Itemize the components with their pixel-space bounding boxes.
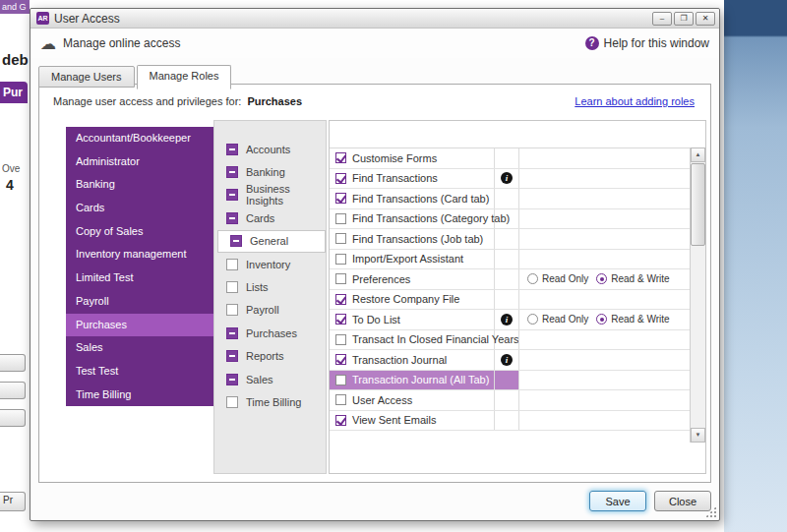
permission-row[interactable]: User Access	[330, 390, 690, 411]
permission-checkbox[interactable]	[335, 314, 346, 325]
permission-row[interactable]: View Sent Emails	[330, 411, 690, 432]
minimize-button[interactable]: –	[652, 12, 672, 26]
background-button-fragment	[0, 354, 26, 372]
role-item[interactable]: Test Test	[66, 360, 213, 384]
category-item[interactable]: Banking	[214, 160, 326, 183]
permission-row[interactable]: Import/Export Assistant	[330, 250, 690, 270]
radio-button[interactable]	[596, 314, 607, 325]
permission-row[interactable]: Transaction Journali	[330, 350, 690, 371]
subtitle-prefix: Manage user access and privileges for:	[53, 95, 241, 107]
tab-manage-roles[interactable]: Manage Roles	[137, 65, 232, 89]
category-item[interactable]: Inventory	[214, 253, 326, 275]
save-button[interactable]: Save	[589, 491, 646, 511]
radio-button[interactable]	[596, 273, 607, 284]
scrollbar-track[interactable]: ▲ ▼	[690, 148, 705, 443]
role-item[interactable]: Accountant/Bookkeeper	[66, 127, 213, 150]
role-item[interactable]: Administrator	[66, 150, 213, 174]
permission-checkbox[interactable]	[335, 334, 346, 345]
scrollbar-thumb[interactable]	[691, 163, 705, 246]
info-icon[interactable]: i	[501, 172, 513, 184]
permission-row[interactable]: Find Transactions (Job tab)	[330, 229, 690, 250]
manage-online-access-label: Manage online access	[63, 36, 180, 50]
info-icon[interactable]: i	[501, 314, 513, 325]
title-bar[interactable]: AR User Access – ❐ ✕	[30, 9, 719, 29]
category-item[interactable]: Purchases	[214, 322, 326, 344]
role-item[interactable]: Sales	[66, 336, 213, 360]
permission-checkbox[interactable]	[335, 294, 346, 305]
radio-option-read_only[interactable]: Read Only	[527, 273, 588, 284]
role-item[interactable]: Banking	[66, 173, 213, 197]
permission-label-cell: Find Transactions (Job tab)	[330, 229, 495, 249]
permission-radio-cell	[519, 148, 690, 168]
permission-checkbox[interactable]	[335, 394, 346, 405]
category-checkbox[interactable]	[226, 396, 238, 408]
category-checkbox[interactable]	[226, 144, 238, 155]
role-item[interactable]: Copy of Sales	[66, 220, 213, 244]
permission-row[interactable]: PreferencesRead OnlyRead & Write	[330, 269, 690, 290]
close-window-button[interactable]: ✕	[696, 12, 715, 26]
category-checkbox[interactable]	[226, 281, 238, 293]
permission-checkbox[interactable]	[335, 354, 346, 365]
radio-button[interactable]	[527, 273, 538, 284]
category-checkbox[interactable]	[226, 374, 238, 385]
category-checkbox[interactable]	[226, 166, 238, 178]
scrollbar-up-button[interactable]: ▲	[691, 148, 705, 162]
radio-option-read_write[interactable]: Read & Write	[596, 314, 669, 325]
permission-checkbox[interactable]	[335, 415, 346, 426]
category-item[interactable]: Reports	[214, 345, 326, 368]
role-item[interactable]: Limited Test	[66, 266, 213, 290]
permission-row[interactable]: Customise Forms	[330, 148, 690, 169]
category-item[interactable]: Time Billing	[214, 390, 326, 413]
maximize-button[interactable]: ❐	[674, 12, 694, 26]
category-item[interactable]: Payroll	[214, 299, 326, 322]
permission-info-cell	[495, 209, 519, 229]
category-checkbox[interactable]	[226, 350, 238, 362]
category-checkbox[interactable]	[226, 327, 238, 339]
permission-checkbox[interactable]	[335, 233, 346, 244]
permission-checkbox[interactable]	[335, 193, 346, 204]
radio-button[interactable]	[527, 314, 538, 325]
permission-row[interactable]: Find Transactions (Card tab)	[330, 189, 690, 209]
radio-option-read_only[interactable]: Read Only	[527, 314, 588, 325]
permission-checkbox[interactable]	[335, 213, 346, 224]
tab-strip: Manage Users Manage Roles	[38, 63, 233, 88]
category-item[interactable]: Business Insights	[214, 184, 326, 207]
category-item[interactable]: General	[217, 230, 326, 253]
close-button[interactable]: Close	[654, 491, 711, 511]
permission-checkbox[interactable]	[335, 273, 346, 284]
learn-about-adding-roles-link[interactable]: Learn about adding roles	[575, 95, 695, 107]
permission-row[interactable]: Find Transactionsi	[330, 169, 690, 190]
role-item[interactable]: Purchases	[66, 314, 213, 337]
category-item[interactable]: Sales	[214, 368, 326, 390]
permission-checkbox[interactable]	[335, 375, 346, 385]
permission-row[interactable]: To Do ListiRead OnlyRead & Write	[330, 310, 690, 330]
radio-option-read_write[interactable]: Read & Write	[596, 273, 669, 284]
permission-row[interactable]: Transaction Journal (All Tab)	[330, 371, 690, 391]
permission-row[interactable]: Find Transactions (Category tab)	[330, 209, 690, 230]
category-item[interactable]: Cards	[214, 207, 326, 229]
permission-checkbox[interactable]	[335, 254, 346, 265]
category-checkbox[interactable]	[226, 212, 238, 224]
scrollbar-down-button[interactable]: ▼	[691, 428, 705, 443]
category-checkbox[interactable]	[226, 304, 238, 316]
category-item[interactable]: Lists	[214, 275, 326, 298]
permission-row[interactable]: Transact In Closed Financial Years	[330, 330, 690, 351]
category-checkbox[interactable]	[226, 189, 238, 201]
permission-checkbox[interactable]	[335, 152, 346, 163]
role-item[interactable]: Payroll	[66, 290, 213, 314]
tab-manage-users[interactable]: Manage Users	[38, 66, 135, 88]
permission-info-cell	[495, 290, 519, 310]
permission-radio-cell	[519, 350, 690, 370]
role-item[interactable]: Time Billing	[66, 384, 213, 407]
category-label: General	[250, 235, 288, 247]
category-item[interactable]: Accounts	[214, 138, 326, 160]
category-checkbox[interactable]	[226, 259, 238, 270]
help-button[interactable]: ? Help for this window	[585, 36, 709, 50]
info-icon[interactable]: i	[501, 354, 513, 366]
desktop-background	[724, 0, 787, 532]
permission-checkbox[interactable]	[335, 173, 346, 184]
permission-row[interactable]: Restore Company File	[330, 290, 690, 311]
role-item[interactable]: Inventory management	[66, 243, 213, 266]
category-checkbox[interactable]	[230, 235, 242, 247]
role-item[interactable]: Cards	[66, 197, 213, 220]
